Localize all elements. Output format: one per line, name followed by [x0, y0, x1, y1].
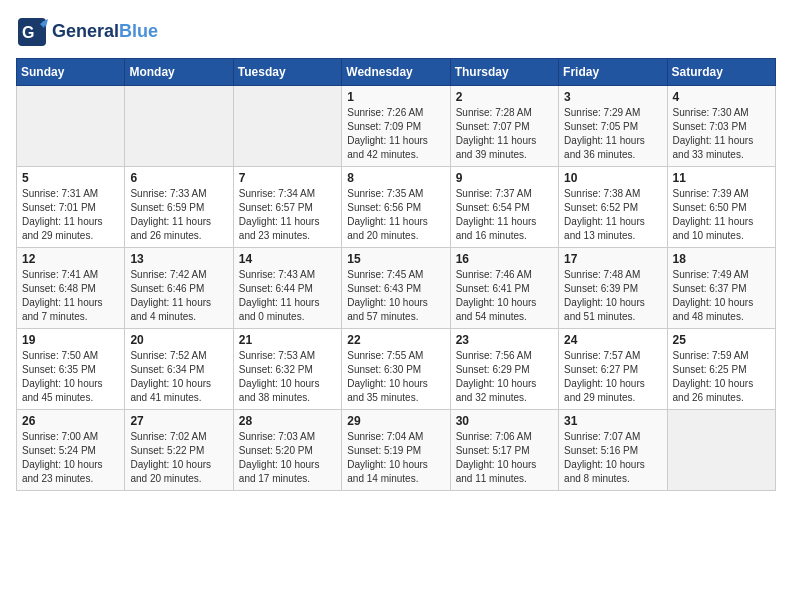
day-info: Sunrise: 7:00 AM Sunset: 5:24 PM Dayligh… [22, 430, 119, 486]
day-info: Sunrise: 7:26 AM Sunset: 7:09 PM Dayligh… [347, 106, 444, 162]
calendar-week-row: 12Sunrise: 7:41 AM Sunset: 6:48 PM Dayli… [17, 248, 776, 329]
day-number: 15 [347, 252, 444, 266]
day-number: 1 [347, 90, 444, 104]
day-number: 20 [130, 333, 227, 347]
calendar-cell: 31Sunrise: 7:07 AM Sunset: 5:16 PM Dayli… [559, 410, 667, 491]
day-info: Sunrise: 7:43 AM Sunset: 6:44 PM Dayligh… [239, 268, 336, 324]
calendar-cell: 25Sunrise: 7:59 AM Sunset: 6:25 PM Dayli… [667, 329, 775, 410]
weekday-header: Friday [559, 59, 667, 86]
calendar-cell: 28Sunrise: 7:03 AM Sunset: 5:20 PM Dayli… [233, 410, 341, 491]
day-info: Sunrise: 7:46 AM Sunset: 6:41 PM Dayligh… [456, 268, 553, 324]
weekday-header: Tuesday [233, 59, 341, 86]
calendar-cell [667, 410, 775, 491]
calendar-cell: 8Sunrise: 7:35 AM Sunset: 6:56 PM Daylig… [342, 167, 450, 248]
day-info: Sunrise: 7:52 AM Sunset: 6:34 PM Dayligh… [130, 349, 227, 405]
day-info: Sunrise: 7:06 AM Sunset: 5:17 PM Dayligh… [456, 430, 553, 486]
weekday-header: Wednesday [342, 59, 450, 86]
day-info: Sunrise: 7:50 AM Sunset: 6:35 PM Dayligh… [22, 349, 119, 405]
page-header: G GeneralBlue [16, 16, 776, 48]
day-number: 11 [673, 171, 770, 185]
day-number: 22 [347, 333, 444, 347]
day-number: 16 [456, 252, 553, 266]
calendar-cell [17, 86, 125, 167]
day-info: Sunrise: 7:39 AM Sunset: 6:50 PM Dayligh… [673, 187, 770, 243]
calendar-cell: 14Sunrise: 7:43 AM Sunset: 6:44 PM Dayli… [233, 248, 341, 329]
calendar-cell: 15Sunrise: 7:45 AM Sunset: 6:43 PM Dayli… [342, 248, 450, 329]
weekday-header: Monday [125, 59, 233, 86]
calendar-week-row: 1Sunrise: 7:26 AM Sunset: 7:09 PM Daylig… [17, 86, 776, 167]
svg-text:G: G [22, 24, 34, 41]
day-number: 4 [673, 90, 770, 104]
day-number: 7 [239, 171, 336, 185]
day-info: Sunrise: 7:38 AM Sunset: 6:52 PM Dayligh… [564, 187, 661, 243]
day-info: Sunrise: 7:49 AM Sunset: 6:37 PM Dayligh… [673, 268, 770, 324]
day-info: Sunrise: 7:57 AM Sunset: 6:27 PM Dayligh… [564, 349, 661, 405]
day-number: 30 [456, 414, 553, 428]
calendar-cell: 17Sunrise: 7:48 AM Sunset: 6:39 PM Dayli… [559, 248, 667, 329]
day-info: Sunrise: 7:53 AM Sunset: 6:32 PM Dayligh… [239, 349, 336, 405]
day-number: 21 [239, 333, 336, 347]
logo: G GeneralBlue [16, 16, 158, 48]
calendar-week-row: 19Sunrise: 7:50 AM Sunset: 6:35 PM Dayli… [17, 329, 776, 410]
day-info: Sunrise: 7:34 AM Sunset: 6:57 PM Dayligh… [239, 187, 336, 243]
day-number: 6 [130, 171, 227, 185]
calendar-cell: 18Sunrise: 7:49 AM Sunset: 6:37 PM Dayli… [667, 248, 775, 329]
calendar-cell: 22Sunrise: 7:55 AM Sunset: 6:30 PM Dayli… [342, 329, 450, 410]
day-info: Sunrise: 7:29 AM Sunset: 7:05 PM Dayligh… [564, 106, 661, 162]
calendar-week-row: 5Sunrise: 7:31 AM Sunset: 7:01 PM Daylig… [17, 167, 776, 248]
day-number: 27 [130, 414, 227, 428]
day-info: Sunrise: 7:37 AM Sunset: 6:54 PM Dayligh… [456, 187, 553, 243]
calendar-table: SundayMondayTuesdayWednesdayThursdayFrid… [16, 58, 776, 491]
calendar-cell: 9Sunrise: 7:37 AM Sunset: 6:54 PM Daylig… [450, 167, 558, 248]
day-number: 19 [22, 333, 119, 347]
day-info: Sunrise: 7:31 AM Sunset: 7:01 PM Dayligh… [22, 187, 119, 243]
calendar-cell [125, 86, 233, 167]
day-info: Sunrise: 7:04 AM Sunset: 5:19 PM Dayligh… [347, 430, 444, 486]
calendar-cell: 13Sunrise: 7:42 AM Sunset: 6:46 PM Dayli… [125, 248, 233, 329]
day-number: 26 [22, 414, 119, 428]
calendar-header-row: SundayMondayTuesdayWednesdayThursdayFrid… [17, 59, 776, 86]
day-number: 13 [130, 252, 227, 266]
calendar-cell: 5Sunrise: 7:31 AM Sunset: 7:01 PM Daylig… [17, 167, 125, 248]
day-info: Sunrise: 7:02 AM Sunset: 5:22 PM Dayligh… [130, 430, 227, 486]
calendar-cell: 3Sunrise: 7:29 AM Sunset: 7:05 PM Daylig… [559, 86, 667, 167]
day-info: Sunrise: 7:03 AM Sunset: 5:20 PM Dayligh… [239, 430, 336, 486]
day-info: Sunrise: 7:55 AM Sunset: 6:30 PM Dayligh… [347, 349, 444, 405]
day-number: 8 [347, 171, 444, 185]
day-number: 25 [673, 333, 770, 347]
day-number: 29 [347, 414, 444, 428]
logo-blue: Blue [119, 21, 158, 41]
day-number: 14 [239, 252, 336, 266]
day-info: Sunrise: 7:56 AM Sunset: 6:29 PM Dayligh… [456, 349, 553, 405]
day-info: Sunrise: 7:59 AM Sunset: 6:25 PM Dayligh… [673, 349, 770, 405]
day-number: 31 [564, 414, 661, 428]
day-number: 2 [456, 90, 553, 104]
day-number: 3 [564, 90, 661, 104]
calendar-cell: 24Sunrise: 7:57 AM Sunset: 6:27 PM Dayli… [559, 329, 667, 410]
day-info: Sunrise: 7:41 AM Sunset: 6:48 PM Dayligh… [22, 268, 119, 324]
day-info: Sunrise: 7:42 AM Sunset: 6:46 PM Dayligh… [130, 268, 227, 324]
day-info: Sunrise: 7:45 AM Sunset: 6:43 PM Dayligh… [347, 268, 444, 324]
weekday-header: Saturday [667, 59, 775, 86]
calendar-cell [233, 86, 341, 167]
calendar-cell: 1Sunrise: 7:26 AM Sunset: 7:09 PM Daylig… [342, 86, 450, 167]
calendar-cell: 11Sunrise: 7:39 AM Sunset: 6:50 PM Dayli… [667, 167, 775, 248]
day-info: Sunrise: 7:33 AM Sunset: 6:59 PM Dayligh… [130, 187, 227, 243]
logo-general: General [52, 21, 119, 41]
day-info: Sunrise: 7:48 AM Sunset: 6:39 PM Dayligh… [564, 268, 661, 324]
day-info: Sunrise: 7:30 AM Sunset: 7:03 PM Dayligh… [673, 106, 770, 162]
day-number: 5 [22, 171, 119, 185]
day-number: 9 [456, 171, 553, 185]
calendar-cell: 29Sunrise: 7:04 AM Sunset: 5:19 PM Dayli… [342, 410, 450, 491]
calendar-cell: 2Sunrise: 7:28 AM Sunset: 7:07 PM Daylig… [450, 86, 558, 167]
day-number: 12 [22, 252, 119, 266]
calendar-cell: 26Sunrise: 7:00 AM Sunset: 5:24 PM Dayli… [17, 410, 125, 491]
weekday-header: Thursday [450, 59, 558, 86]
calendar-cell: 19Sunrise: 7:50 AM Sunset: 6:35 PM Dayli… [17, 329, 125, 410]
calendar-week-row: 26Sunrise: 7:00 AM Sunset: 5:24 PM Dayli… [17, 410, 776, 491]
calendar-cell: 10Sunrise: 7:38 AM Sunset: 6:52 PM Dayli… [559, 167, 667, 248]
calendar-cell: 27Sunrise: 7:02 AM Sunset: 5:22 PM Dayli… [125, 410, 233, 491]
day-number: 17 [564, 252, 661, 266]
day-number: 28 [239, 414, 336, 428]
calendar-cell: 16Sunrise: 7:46 AM Sunset: 6:41 PM Dayli… [450, 248, 558, 329]
